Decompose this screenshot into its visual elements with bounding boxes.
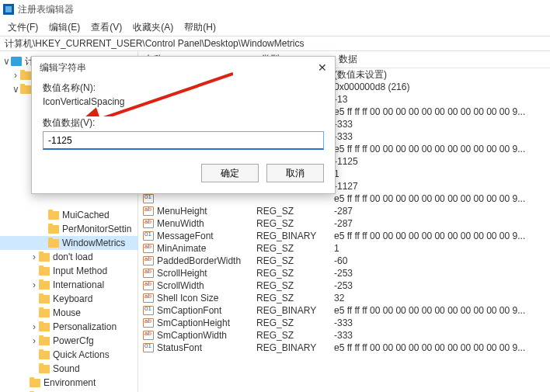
list-row[interactable]: MinAnimateREG_SZ1 (138, 242, 550, 255)
tree-label: Environment (44, 377, 96, 388)
value-data: e5 ff ff ff 00 00 00 00 00 00 00 00 00 0… (334, 106, 550, 117)
value-type: REG_BINARY (256, 231, 334, 241)
expand-icon[interactable]: › (30, 335, 39, 346)
list-row[interactable]: e5 ff ff ff 00 00 00 00 00 00 00 00 00 0… (138, 193, 550, 205)
value-icon (143, 331, 154, 340)
tree-label: Mouse (53, 307, 81, 318)
value-name: Shell Icon Size (157, 293, 256, 304)
expand-icon[interactable]: › (30, 279, 39, 290)
list-row[interactable]: MessageFontREG_BINARYe5 ff ff ff 00 00 0… (138, 230, 550, 242)
expand-icon[interactable]: ∨ (11, 84, 20, 95)
value-name-label: 数值名称(N): (43, 82, 324, 95)
tree-label: WindowMetrics (62, 238, 125, 248)
value-name: MessageFont (157, 231, 256, 241)
list-row[interactable]: MenuWidthREG_SZ-287 (138, 217, 550, 230)
tree-item[interactable]: WindowMetrics (0, 236, 138, 250)
col-data[interactable]: 数据 (332, 53, 550, 66)
value-icon (143, 244, 154, 253)
tree-label: PerMonitorSettin (62, 224, 131, 234)
folder-icon (48, 239, 59, 248)
value-icon (143, 194, 154, 203)
menu-file[interactable]: 文件(F) (5, 19, 41, 36)
tree-item[interactable]: PerMonitorSettin (0, 222, 138, 236)
menu-help[interactable]: 帮助(H) (181, 19, 219, 36)
folder-icon (39, 281, 50, 290)
value-data: -287 (334, 206, 550, 217)
value-icon (143, 293, 154, 303)
close-icon[interactable]: ✕ (318, 61, 327, 74)
value-name: StatusFont (157, 342, 256, 353)
list-row[interactable]: ScrollHeightREG_SZ-253 (138, 267, 550, 279)
folder-icon (39, 309, 50, 317)
app-title: 注册表编辑器 (18, 3, 74, 16)
cancel-button[interactable]: 取消 (266, 164, 324, 182)
value-type: REG_BINARY (256, 342, 334, 353)
folder-icon (48, 225, 59, 234)
tree-label: Input Method (53, 265, 107, 276)
tree-item[interactable]: Keyboard (0, 292, 138, 306)
tree-item[interactable]: MuiCached (0, 208, 138, 222)
tree-item[interactable]: ›Personalization (0, 320, 138, 334)
list-row[interactable]: SmCaptionHeightREG_SZ-333 (138, 317, 550, 329)
path-text: 计算机\HKEY_CURRENT_USER\Control Panel\Desk… (5, 37, 304, 50)
value-data: 32 (334, 293, 550, 304)
menu-edit[interactable]: 编辑(E) (46, 19, 83, 36)
list-row[interactable]: SmCaptionFontREG_BINARYe5 ff ff ff 00 00… (138, 304, 550, 317)
list-row[interactable]: Shell Icon SizeREG_SZ32 (138, 292, 550, 304)
folder-icon (20, 71, 31, 80)
value-data: 0x000000d8 (216) (334, 82, 550, 92)
tree-item[interactable]: Environment (0, 376, 138, 390)
menu-view[interactable]: 查看(V) (88, 19, 125, 36)
value-data: -13 (334, 94, 550, 105)
tree-item[interactable]: ›International (0, 278, 138, 292)
value-icon (143, 269, 154, 278)
tree-label: International (53, 279, 104, 290)
value-icon (143, 281, 154, 290)
tree-item[interactable]: ›don't load (0, 250, 138, 264)
tree-item[interactable]: Sound (0, 362, 138, 376)
address-bar[interactable]: 计算机\HKEY_CURRENT_USER\Control Panel\Desk… (0, 36, 550, 51)
value-data: -333 (334, 330, 550, 341)
value-data: -60 (334, 255, 550, 266)
list-row[interactable]: StatusFontREG_BINARYe5 ff ff ff 00 00 00… (138, 342, 550, 354)
tree-item[interactable]: Input Method (0, 264, 138, 278)
value-name: PaddedBorderWidth (157, 255, 256, 266)
tree-item[interactable]: ›PowerCfg (0, 334, 138, 348)
value-name: SmCaptionFont (157, 305, 256, 316)
list-row[interactable]: SmCaptionWidthREG_SZ-333 (138, 329, 550, 342)
list-row[interactable]: PaddedBorderWidthREG_SZ-60 (138, 255, 550, 267)
value-data: e5 ff ff ff 00 00 00 00 00 00 00 00 00 0… (334, 193, 550, 204)
tree-item[interactable]: Mouse (0, 306, 138, 320)
list-row[interactable]: ScrollWidthREG_SZ-253 (138, 279, 550, 292)
value-icon (143, 231, 154, 241)
tree-item[interactable]: Quick Actions (0, 348, 138, 362)
value-name: SmCaptionHeight (157, 317, 256, 328)
value-type: REG_SZ (256, 218, 334, 229)
value-type: REG_SZ (256, 206, 334, 217)
value-data-input[interactable] (43, 131, 324, 150)
expand-icon[interactable]: ∨ (2, 56, 11, 67)
value-name: SmCaptionWidth (157, 330, 256, 341)
value-type: REG_SZ (256, 317, 334, 328)
list-row[interactable]: MenuHeightREG_SZ-287 (138, 205, 550, 217)
value-data: -1127 (334, 181, 550, 192)
menu-favorites[interactable]: 收藏夹(A) (130, 19, 176, 36)
value-type: REG_SZ (256, 330, 334, 341)
menubar: 文件(F) 编辑(E) 查看(V) 收藏夹(A) 帮助(H) (0, 19, 550, 36)
folder-icon (39, 351, 50, 359)
value-type: REG_SZ (256, 280, 334, 291)
value-data: -253 (334, 268, 550, 279)
value-icon (143, 206, 154, 216)
ok-button[interactable]: 确定 (201, 164, 259, 182)
value-type: REG_SZ (256, 293, 334, 304)
titlebar: 注册表编辑器 (0, 0, 550, 19)
folder-icon (30, 379, 40, 387)
expand-icon[interactable]: › (30, 252, 39, 262)
value-icon (143, 306, 154, 315)
expand-icon[interactable]: › (30, 321, 39, 332)
regedit-icon (3, 4, 14, 15)
value-data: e5 ff ff ff 00 00 00 00 00 00 00 00 00 0… (334, 231, 550, 241)
value-data-label: 数值数据(V): (43, 116, 324, 130)
value-type: REG_SZ (256, 243, 334, 254)
expand-icon[interactable]: › (11, 70, 20, 81)
